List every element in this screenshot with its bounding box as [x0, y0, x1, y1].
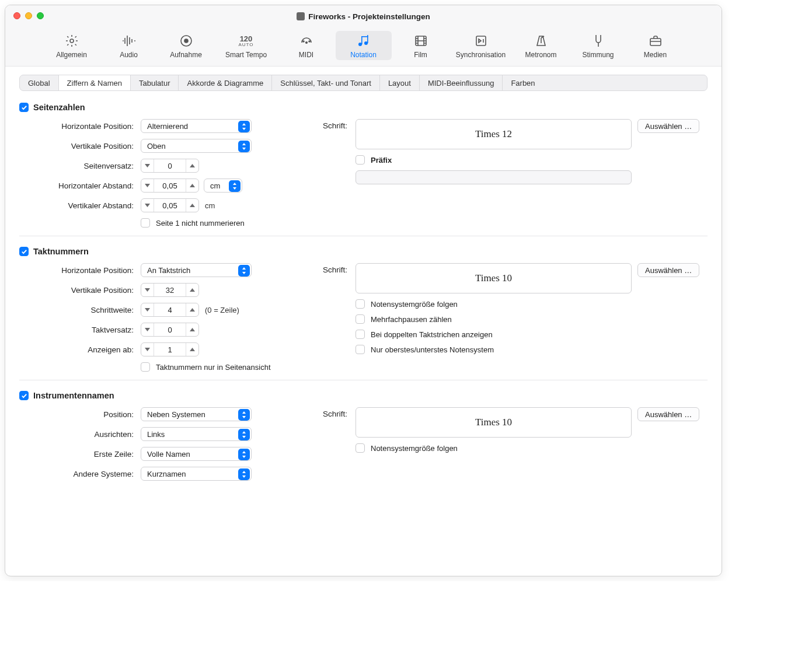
toolbar-item-notation[interactable]: Notation: [336, 31, 392, 60]
bar-hpos-select[interactable]: An Taktstrich: [141, 263, 252, 277]
svg-point-7: [364, 41, 368, 45]
page-font-choose-button[interactable]: Auswählen …: [637, 119, 699, 133]
page-vpos-select[interactable]: Oben: [141, 139, 252, 153]
svg-point-2: [184, 39, 188, 43]
page-offset-stepper[interactable]: 0: [141, 159, 199, 173]
tab-clef-time-key[interactable]: Schlüssel, Takt- und Tonart: [272, 75, 380, 90]
svg-point-5: [309, 41, 310, 42]
chevron-updown-icon: [238, 449, 250, 460]
svg-rect-11: [416, 36, 426, 46]
instr-font-choose-button[interactable]: Auswählen …: [637, 407, 699, 421]
chevron-up-icon[interactable]: [186, 199, 198, 212]
toolbar-item-general[interactable]: Allgemein: [44, 31, 100, 60]
toolbar-item-audio[interactable]: Audio: [101, 31, 157, 60]
step-hint: (0 = Zeile): [205, 306, 239, 314]
chevron-down-icon[interactable]: [141, 343, 154, 356]
chevron-down-icon[interactable]: [141, 284, 154, 296]
chevron-updown-icon: [238, 265, 250, 277]
briefcase-icon: [647, 33, 664, 48]
instr-pos-select[interactable]: Neben Systemen: [141, 407, 252, 421]
chevron-up-icon[interactable]: [186, 159, 198, 172]
minimize-window-button[interactable]: [25, 12, 32, 19]
tab-layout[interactable]: Layout: [380, 75, 420, 90]
prefix-checkbox[interactable]: [356, 155, 365, 165]
label-instr-first: Erste Zeile:: [19, 450, 136, 459]
toolbar: Allgemein Audio Aufnahme 120AUTO Smart T…: [5, 27, 722, 67]
window-title-text: Fireworks - Projekteinstellungen: [308, 12, 430, 21]
instr-follow-size-checkbox[interactable]: [356, 443, 365, 453]
toolbar-item-smart-tempo[interactable]: 120AUTO Smart Tempo: [215, 31, 277, 60]
toolbar-item-sync[interactable]: Synchronisation: [450, 31, 512, 60]
chevron-updown-icon: [238, 141, 250, 152]
toolbar-item-movie[interactable]: Film: [393, 31, 449, 60]
titlebar: Fireworks - Projekteinstellungen: [5, 5, 722, 27]
chevron-up-icon[interactable]: [186, 343, 198, 356]
divider: [19, 236, 708, 236]
instr-first-select[interactable]: Volle Namen: [141, 447, 252, 461]
hdist-stepper[interactable]: 0,05: [141, 179, 199, 193]
tab-midi-meaning[interactable]: MIDI-Beeinflussung: [420, 75, 503, 90]
audio-wave-icon: [121, 33, 137, 48]
sync-icon: [473, 33, 489, 48]
svg-point-6: [358, 43, 362, 46]
tab-chords[interactable]: Akkorde & Diagramme: [179, 75, 272, 90]
prefix-field[interactable]: [356, 170, 632, 184]
bar-double-barline-label: Bei doppelten Taktstrichen anzeigen: [371, 330, 493, 339]
hdist-unit-select[interactable]: cm: [204, 179, 242, 193]
label-instr-align: Ausrichten:: [19, 430, 136, 439]
svg-point-4: [303, 41, 304, 42]
chevron-up-icon[interactable]: [186, 179, 198, 192]
tab-global[interactable]: Global: [20, 75, 59, 90]
zoom-window-button[interactable]: [37, 12, 44, 19]
bar-count-multirest-checkbox[interactable]: [356, 314, 365, 324]
vdist-stepper[interactable]: 0,05: [141, 198, 199, 212]
instr-other-select[interactable]: Kurznamen: [141, 467, 252, 481]
bar-follow-size-checkbox[interactable]: [356, 299, 365, 309]
bar-numbers-checkbox[interactable]: [19, 247, 29, 256]
bar-double-barline-checkbox[interactable]: [356, 330, 365, 339]
chevron-up-icon[interactable]: [186, 323, 198, 336]
chevron-updown-icon: [238, 409, 250, 421]
chevron-down-icon[interactable]: [141, 323, 154, 336]
toolbar-item-metronome[interactable]: Metronom: [513, 31, 569, 60]
film-icon: [413, 33, 429, 48]
bar-from-stepper[interactable]: 1: [141, 342, 199, 356]
instrument-names-checkbox[interactable]: [19, 391, 29, 400]
window-controls: [13, 12, 44, 19]
instr-align-select[interactable]: Links: [141, 427, 252, 441]
svg-rect-10: [361, 36, 368, 37]
chevron-down-icon[interactable]: [141, 159, 154, 172]
chevron-updown-icon: [238, 468, 250, 480]
toolbar-item-tuning[interactable]: Stimmung: [570, 31, 626, 60]
toolbar-item-recording[interactable]: Aufnahme: [158, 31, 214, 60]
chevron-down-icon[interactable]: [141, 179, 154, 192]
bar-top-bottom-checkbox[interactable]: [356, 345, 365, 354]
chevron-updown-icon: [238, 429, 250, 440]
midi-icon: [298, 33, 315, 48]
bar-pageview-only-checkbox[interactable]: [141, 362, 150, 372]
chevron-up-icon[interactable]: [186, 284, 198, 296]
toolbar-item-midi[interactable]: MIDI: [278, 31, 334, 60]
page-hpos-select[interactable]: Alternierend: [141, 119, 252, 133]
toolbar-item-assets[interactable]: Medien: [628, 31, 684, 60]
bar-vpos-stepper[interactable]: 32: [141, 283, 199, 297]
chevron-down-icon[interactable]: [141, 199, 154, 212]
skip-page1-checkbox[interactable]: [141, 218, 150, 228]
skip-page1-label: Seite 1 nicht nummerieren: [156, 219, 245, 228]
tab-colors[interactable]: Farben: [503, 75, 543, 90]
metronome-icon: [533, 33, 549, 48]
bar-font-display: Times 10: [356, 263, 632, 293]
bar-offset-stepper[interactable]: 0: [141, 323, 199, 337]
svg-point-3: [305, 42, 307, 44]
page-numbers-checkbox[interactable]: [19, 103, 29, 112]
label-hpos: Horizontale Position:: [19, 122, 136, 131]
bar-font-choose-button[interactable]: Auswählen …: [637, 263, 699, 277]
chevron-up-icon[interactable]: [186, 303, 198, 316]
chevron-down-icon[interactable]: [141, 303, 154, 316]
close-window-button[interactable]: [13, 12, 20, 19]
bar-step-stepper[interactable]: 4: [141, 303, 199, 317]
label-vdist: Vertikaler Abstand:: [19, 201, 136, 210]
tab-tablature[interactable]: Tabulatur: [131, 75, 179, 90]
tab-numbers-names[interactable]: Ziffern & Namen: [59, 75, 131, 90]
svg-point-0: [70, 39, 74, 43]
